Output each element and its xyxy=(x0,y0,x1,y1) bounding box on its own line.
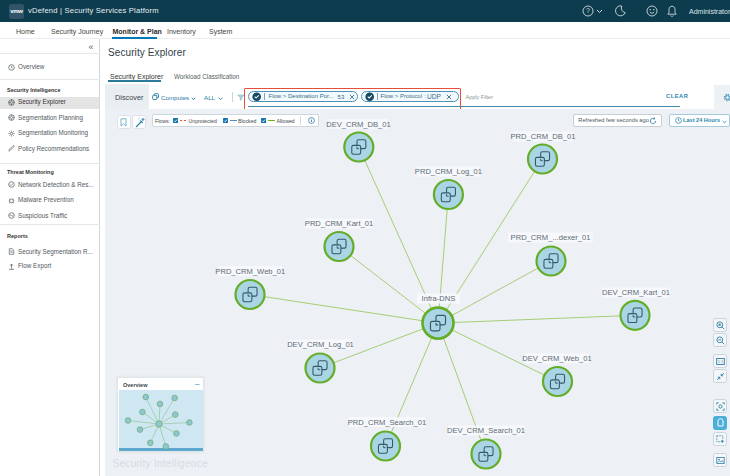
svg-text:PRD_CRM_Web_01: PRD_CRM_Web_01 xyxy=(215,266,285,275)
svg-text:Infra-DNS: Infra-DNS xyxy=(422,294,456,303)
svg-text:DEV_CRM_Log_01: DEV_CRM_Log_01 xyxy=(287,340,354,349)
svg-text:PRD_CRM_DB_01: PRD_CRM_DB_01 xyxy=(511,132,576,141)
svg-text:DEV_CRM_DB_01: DEV_CRM_DB_01 xyxy=(326,119,391,128)
svg-text:PRD_CRM_Log_01: PRD_CRM_Log_01 xyxy=(415,167,482,176)
svg-text:DEV_CRM_Search_01: DEV_CRM_Search_01 xyxy=(447,426,525,435)
svg-text:PRD_CRM_Search_01: PRD_CRM_Search_01 xyxy=(348,417,427,426)
svg-text:DEV_CRM_Kart_01: DEV_CRM_Kart_01 xyxy=(602,288,670,297)
svg-text:PRD_CRM_...dexer_01: PRD_CRM_...dexer_01 xyxy=(511,233,591,242)
svg-text:1:1: 1:1 xyxy=(718,359,724,364)
svg-text:DEV_CRM_Web_01: DEV_CRM_Web_01 xyxy=(522,354,592,363)
svg-text:PRD_CRM_Kart_01: PRD_CRM_Kart_01 xyxy=(305,219,373,228)
svg-text:?: ? xyxy=(586,7,590,14)
